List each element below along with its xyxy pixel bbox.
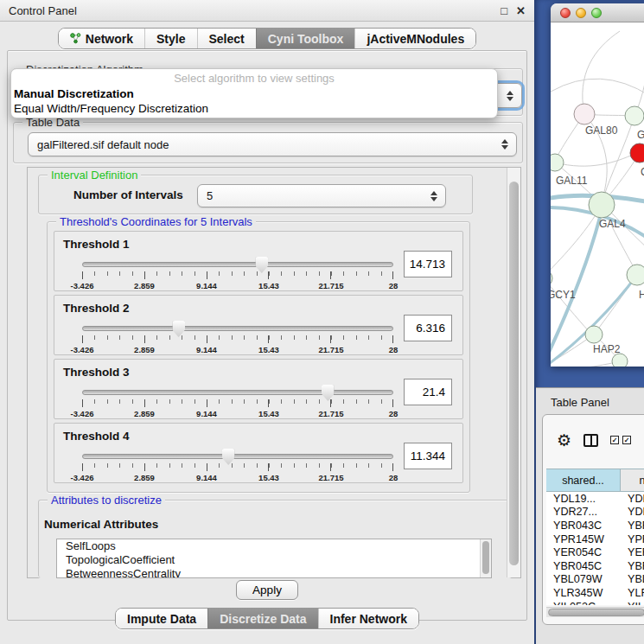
tab-select[interactable]: Select [197,29,256,48]
threshold-1-label: Threshold 1 [63,238,130,251]
tab-cyni-toolbox[interactable]: Cyni Toolbox [256,29,355,48]
table-row[interactable]: YPR145WYPR1 [546,532,644,546]
tab-style[interactable]: Style [144,29,196,48]
table-horizontal-scrollbar[interactable] [546,607,644,617]
minimize-traffic-icon[interactable] [576,8,586,18]
table-row[interactable]: YDL19...YDL1 [546,492,644,506]
split-columns-icon[interactable] [583,434,598,447]
thresholds-group-label: Threshold's Coordinates for 5 Intervals [56,215,256,228]
threshold-3-value-field[interactable]: 21.4 [404,379,452,405]
network-node[interactable] [589,192,615,218]
zoom-traffic-icon[interactable] [591,8,602,18]
cell-name: YBR0 [621,520,644,532]
tick-label: 2.859 [134,281,155,290]
control-panel: Control Panel □ ✕ NetworkStyleSelectCyni… [0,0,534,644]
network-node[interactable] [625,106,644,125]
table-row[interactable]: YBL079WYBL0 [546,573,644,587]
list-item[interactable]: SelfLoops [57,539,491,553]
dropdown-prompt-item[interactable]: Select algorithm to view settings [11,72,497,86]
close-traffic-icon[interactable] [560,8,571,18]
slider-ticks [82,335,393,343]
threshold-2-slider[interactable] [82,325,393,334]
algorithm-dropdown-popup: Select algorithm to view settings Manual… [10,68,498,118]
tick-label: 21.715 [318,409,343,418]
dropdown-option-manual-discretization[interactable]: Manual Discretization [11,86,497,101]
close-window-icon[interactable]: ✕ [516,5,526,16]
tick-label: 9.144 [196,473,217,482]
tab-jactivemnodules[interactable]: jActiveMNodules [354,29,475,48]
attributes-group: Attributes to discretize Numerical Attri… [38,500,512,577]
threshold-2-value-field[interactable]: 6.316 [404,315,452,341]
tick-label: 2.859 [134,409,155,418]
dropdown-option-equal-width-frequency[interactable]: Equal Width/Frequency Discretization [11,101,497,116]
apply-button[interactable]: Apply [236,580,298,600]
column-header-name[interactable]: na [621,469,644,491]
threshold-3-slider[interactable] [82,389,393,398]
tick-label: 9.144 [196,281,217,290]
network-node[interactable] [630,143,644,163]
list-item[interactable]: BetweennessCentrality [57,567,491,578]
interval-definition-group: Interval Definition Number of Intervals … [38,175,473,214]
network-node[interactable] [574,104,595,124]
node-label: GAL11 [556,175,588,187]
table-row[interactable]: YBR043CYBR0 [546,519,644,532]
checkbox-icon[interactable]: ✓ [610,436,619,444]
threshold-1-value-field[interactable]: 14.713 [404,251,452,277]
table-row[interactable]: YER054CYER0 [546,545,644,559]
table-row[interactable]: YBR045CYBR0 [546,559,644,573]
network-view-window: GAL80GACGAL11GAL4GCY1HHAP2 [551,3,644,367]
tick-label: 21.715 [318,281,343,290]
number-of-intervals-value: 5 [207,189,213,202]
gear-icon[interactable]: ⚙ [557,432,571,449]
threshold-1-slider[interactable] [82,261,393,270]
tab-network[interactable]: Network [59,29,144,48]
number-of-intervals-combobox[interactable]: 5 [197,184,446,207]
tab-discretize-data[interactable]: Discretize Data [207,609,317,628]
tick-label: 28 [389,345,399,354]
list-item[interactable]: TopologicalCoefficient [57,553,491,567]
table-row[interactable]: YIL053CYIL0 [546,600,644,605]
list-scrollbar[interactable] [480,539,491,577]
checkbox-icon[interactable]: ✓ [622,436,631,444]
threshold-4-value-field[interactable]: 11.344 [404,443,452,469]
threshold-4-label: Threshold 4 [63,430,130,443]
table-data-combobox[interactable]: galFiltered.sif default node [28,132,517,156]
tab-infer-network[interactable]: Infer Network [318,609,418,628]
threshold-4-panel: Threshold 4 -3.4262.8599.14415.4321.7152… [54,423,463,483]
network-node[interactable] [551,270,552,287]
table-panel-title: Table Panel [536,388,644,409]
attributes-group-label: Attributes to discretize [48,494,165,507]
tab-label: jActiveMNodules [367,32,464,46]
float-window-icon[interactable]: □ [501,5,507,16]
tab-impute-data[interactable]: Impute Data [116,609,207,628]
settings-vertical-scrollbar[interactable] [507,168,520,577]
cell-shared-name: YBR043C [546,520,621,532]
network-canvas[interactable]: GAL80GACGAL11GAL4GCY1HHAP2 [551,22,644,367]
slider-ticks [82,399,393,407]
column-header-shared-name[interactable]: shared... [546,469,621,491]
node-label: GA [637,129,644,141]
tick-label: 21.715 [318,345,343,354]
numerical-attributes-label: Numerical Attributes [44,518,158,531]
network-node[interactable] [551,154,564,171]
table-data-value: galFiltered.sif default node [37,138,169,151]
table-row[interactable]: YDR27...YDR2 [546,506,644,520]
threshold-4-slider[interactable] [82,453,393,462]
network-node[interactable] [585,326,603,343]
numerical-attributes-list[interactable]: SelfLoopsTopologicalCoefficientBetweenne… [56,539,492,578]
node-label: GAL4 [599,218,626,230]
tick-label: 9.144 [196,409,217,418]
cell-name: YBL0 [621,573,644,585]
network-node[interactable] [612,354,628,367]
cell-name: YPR1 [621,533,644,545]
cell-shared-name: YDR27... [546,506,621,518]
cell-name: YER0 [621,546,644,558]
slider-ticks [82,463,393,471]
cell-name: YDR2 [621,506,644,518]
network-node[interactable] [627,265,644,285]
tab-label: Cyni Toolbox [268,32,344,46]
network-window-titlebar [551,3,644,22]
slider-ticks [82,271,393,279]
slider-tick-labels: -3.4262.8599.14415.4321.71528 [82,409,393,418]
table-row[interactable]: YLR345WYLR3 [546,586,644,600]
